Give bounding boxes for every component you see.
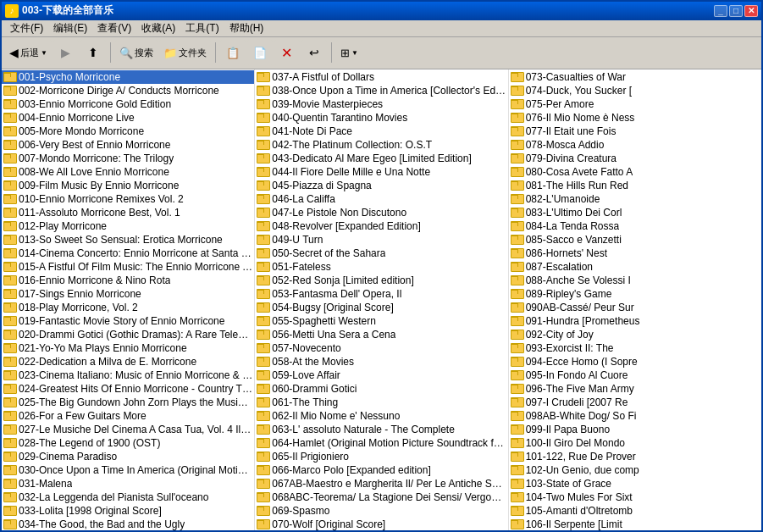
maximize-button[interactable]: □ — [729, 5, 743, 17]
list-item[interactable]: 040-Quentin Tarantino Movies — [255, 111, 507, 125]
list-item[interactable]: 063-L' assoluto Naturale - The Complete — [255, 423, 507, 436]
list-item[interactable]: 081-The Hills Run Red — [509, 179, 761, 192]
list-item[interactable]: 032-La Leggenda del Pianista Sull'oceano — [2, 490, 254, 504]
menu-item[interactable]: 工具(T) — [180, 19, 224, 37]
list-item[interactable]: 024-Greatest Hits Of Ennio Morricone - C… — [2, 382, 254, 396]
list-item[interactable]: 011-Assoluto Morricone Best, Vol. 1 — [2, 206, 254, 219]
list-item[interactable]: 096-The Five Man Army — [509, 382, 761, 396]
list-item[interactable]: 039-Movie Masterpieces — [255, 97, 507, 111]
up-button[interactable]: ⬆ — [80, 40, 106, 65]
list-item[interactable]: 079-Divina Creatura — [509, 152, 761, 165]
delete-button[interactable]: ✕ — [274, 40, 300, 65]
list-item[interactable]: 066-Marco Polo [Expanded edition] — [255, 463, 507, 477]
list-item[interactable]: 046-La Califfa — [255, 192, 507, 206]
list-item[interactable]: 050-Secret of the Sahara — [255, 247, 507, 260]
list-item[interactable]: 020-Drammi Gotici (Gothic Dramas): A Rar… — [2, 328, 254, 341]
list-item[interactable]: 001-Psycho Morricone — [2, 70, 254, 84]
list-item[interactable]: 100-Il Giro Del Mondo — [509, 436, 761, 450]
list-item[interactable]: 002-Morricone Dirige A/ Conducts Morrico… — [2, 84, 254, 97]
list-item[interactable]: 094-Ecce Homo (I Sopre — [509, 355, 761, 369]
list-item[interactable]: 053-Fantasma Dell' Opera, Il — [255, 287, 507, 301]
list-item[interactable]: 006-Very Best of Ennio Morricone — [2, 138, 254, 152]
list-item[interactable]: 025-The Big Gundown John Zorn Plays the … — [2, 396, 254, 409]
list-item[interactable]: 038-Once Upon a Time in America [Collect… — [255, 84, 507, 97]
back-button[interactable]: ◀ 后退 ▼ — [5, 40, 52, 65]
list-item[interactable]: 056-Metti Una Sera a Cena — [255, 328, 507, 341]
list-item[interactable]: 033-Lolita [1998 Original Score] — [2, 504, 254, 518]
list-item[interactable]: 068ABC-Teorema/ La Stagione Dei Sensi/ V… — [255, 490, 507, 504]
list-item[interactable]: 007-Mondo Morricone: The Trilogy — [2, 152, 254, 165]
list-item[interactable]: 004-Ennio Morricone Live — [2, 111, 254, 125]
list-item[interactable]: 057-Novecento — [255, 341, 507, 355]
list-item[interactable]: 008-We All Love Ennio Morricone — [2, 165, 254, 179]
menu-item[interactable]: 编辑(E) — [48, 19, 92, 37]
list-item[interactable]: 064-Hamlet (Original Motion Picture Soun… — [255, 436, 507, 450]
list-item[interactable]: 088-Anche Se Volessi I — [509, 274, 761, 287]
list-item[interactable]: 028-The Legend of 1900 (OST) — [2, 436, 254, 450]
list-item[interactable]: 003-Ennio Morricone Gold Edition — [2, 97, 254, 111]
list-item[interactable]: 060-Drammi Gotici — [255, 382, 507, 396]
list-item[interactable]: 016-Ennio Morricone & Nino Rota — [2, 274, 254, 287]
list-item[interactable]: 037-A Fistful of Dollars — [255, 70, 507, 84]
list-item[interactable]: 076-Il Mio Nome è Ness — [509, 111, 761, 125]
list-item[interactable]: 027-Le Musiche Del Cinema A Casa Tua, Vo… — [2, 423, 254, 436]
list-item[interactable]: 098AB-White Dog/ So Fi — [509, 409, 761, 423]
list-item[interactable]: 023-Cinema Italiano: Music of Ennio Morr… — [2, 369, 254, 382]
list-item[interactable]: 106-Il Serpente [Limit — [509, 518, 761, 530]
list-item[interactable]: 097-I Crudeli [2007 Re — [509, 396, 761, 409]
undo-button[interactable]: ↩ — [301, 40, 327, 65]
list-item[interactable]: 075-Per Amore — [509, 97, 761, 111]
list-item[interactable]: 044-Il Fiore Delle Mille e Una Notte — [255, 165, 507, 179]
list-item[interactable]: 055-Spaghetti Western — [255, 314, 507, 328]
list-item[interactable]: 031-Malena — [2, 477, 254, 490]
list-item[interactable]: 049-U Turn — [255, 233, 507, 247]
list-item[interactable]: 087-Escalation — [509, 260, 761, 274]
list-item[interactable]: 019-Fantastic Movie Story of Ennio Morri… — [2, 314, 254, 328]
list-item[interactable]: 029-Cinema Paradiso — [2, 450, 254, 463]
list-item[interactable]: 022-Dedication a Milva de E. Morricone — [2, 355, 254, 369]
view-button[interactable]: ⊞ ▼ — [336, 40, 362, 65]
list-item[interactable]: 102-Un Genio, due comp — [509, 463, 761, 477]
list-item[interactable]: 059-Love Affair — [255, 369, 507, 382]
list-item[interactable]: 103-State of Grace — [509, 477, 761, 490]
list-item[interactable]: 034-The Good, the Bad and the Ugly — [2, 518, 254, 530]
list-item[interactable]: 077-Il Etait une Fois — [509, 125, 761, 138]
list-item[interactable]: 065-Il Prigioniero — [255, 450, 507, 463]
list-item[interactable]: 085-Sacco e Vanzetti — [509, 233, 761, 247]
list-item[interactable]: 080-Cosa Avete Fatto A — [509, 165, 761, 179]
list-item[interactable]: 045-Piazza di Spagna — [255, 179, 507, 192]
list-item[interactable]: 099-Il Papa Buono — [509, 423, 761, 436]
list-item[interactable]: 101-122, Rue De Prover — [509, 450, 761, 463]
list-item[interactable]: 095-In Fondo Al Cuore — [509, 369, 761, 382]
list-item[interactable]: 048-Revolver [Expanded Edition] — [255, 219, 507, 233]
list-item[interactable]: 082-L'Umanoide — [509, 192, 761, 206]
list-item[interactable]: 010-Ennio Morricone Remixes Vol. 2 — [2, 192, 254, 206]
list-item[interactable]: 005-More Mondo Morricone — [2, 125, 254, 138]
list-item[interactable]: 047-Le Pistole Non Discutono — [255, 206, 507, 219]
move-button[interactable]: 📋 — [220, 40, 246, 65]
close-button[interactable]: ✕ — [744, 5, 758, 17]
list-item[interactable]: 051-Fateless — [255, 260, 507, 274]
list-item[interactable]: 104-Two Mules For Sixt — [509, 490, 761, 504]
list-item[interactable]: 043-Dedicato Al Mare Egeo [Limited Editi… — [255, 152, 507, 165]
folder-button[interactable]: 📁 文件夹 — [159, 40, 211, 65]
list-item[interactable]: 073-Casualties of War — [509, 70, 761, 84]
list-item[interactable]: 009-Film Music By Ennio Morricone — [2, 179, 254, 192]
list-item[interactable]: 041-Note Di Pace — [255, 125, 507, 138]
search-button[interactable]: 🔍 搜索 — [115, 40, 158, 65]
list-item[interactable]: 014-Cinema Concerto: Ennio Morricone at … — [2, 247, 254, 260]
list-item[interactable]: 026-For a Few Guitars More — [2, 409, 254, 423]
list-item[interactable]: 092-City of Joy — [509, 328, 761, 341]
list-item[interactable]: 070-Wolf [Original Score] — [255, 518, 507, 530]
list-item[interactable]: 017-Sings Ennio Morricone — [2, 287, 254, 301]
menu-item[interactable]: 查看(V) — [92, 19, 136, 37]
list-item[interactable]: 089-Ripley's Game — [509, 287, 761, 301]
list-item[interactable]: 067AB-Maestro e Margherita Il/ Per Le An… — [255, 477, 507, 490]
list-item[interactable]: 062-Il Mio Nome e' Nessuno — [255, 409, 507, 423]
list-item[interactable]: 069-Spasmo — [255, 504, 507, 518]
minimize-button[interactable]: _ — [714, 5, 727, 17]
list-item[interactable]: 091-Hundra [Prometheus — [509, 314, 761, 328]
list-item[interactable]: 083-L'Ultimo Dei Corl — [509, 206, 761, 219]
list-item[interactable]: 015-A Fistful Of Film Music: The Ennio M… — [2, 260, 254, 274]
list-item[interactable]: 052-Red Sonja [Limited edition] — [255, 274, 507, 287]
